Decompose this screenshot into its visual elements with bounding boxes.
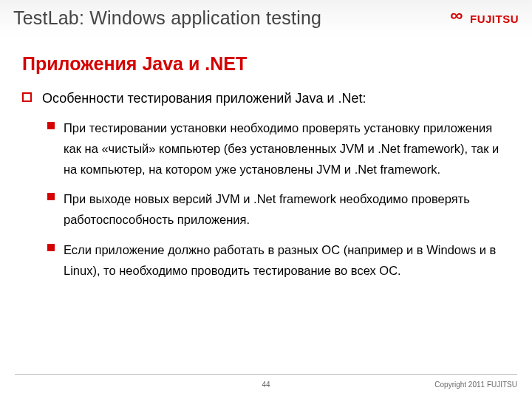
header-title: TestLab: Windows application testing <box>13 7 519 29</box>
list-item: Особенности тестирования приложений Java… <box>22 89 510 107</box>
list-item: Если приложение должно работать в разных… <box>47 239 510 281</box>
list-item-text: Если приложение должно работать в разных… <box>64 239 510 281</box>
brand-logo: FUJITSU <box>451 10 519 27</box>
solid-square-icon <box>47 193 55 200</box>
list-item: При тестировании установки необходимо пр… <box>47 117 510 180</box>
list-item-text: Особенности тестирования приложений Java… <box>42 89 366 107</box>
solid-square-icon <box>47 122 55 129</box>
slide-content: Приложения Java и .NET Особенности тести… <box>0 40 532 281</box>
slide-title: Приложения Java и .NET <box>22 53 510 75</box>
brand-logo-text: FUJITSU <box>470 13 519 25</box>
infinity-icon <box>451 10 467 27</box>
list-item: При выходе новых версий JVM и .Net frame… <box>47 188 510 230</box>
list-item-text: При выходе новых версий JVM и .Net frame… <box>64 188 510 230</box>
page-number: 44 <box>262 381 270 389</box>
divider <box>15 374 517 375</box>
list-item-text: При тестировании установки необходимо пр… <box>64 117 510 180</box>
slide-footer: 44 Copyright 2011 FUJITSU <box>0 374 532 389</box>
solid-square-icon <box>47 244 55 251</box>
hollow-square-icon <box>22 92 32 102</box>
copyright-text: Copyright 2011 FUJITSU <box>434 381 517 389</box>
slide-header: TestLab: Windows application testing FUJ… <box>0 0 532 40</box>
